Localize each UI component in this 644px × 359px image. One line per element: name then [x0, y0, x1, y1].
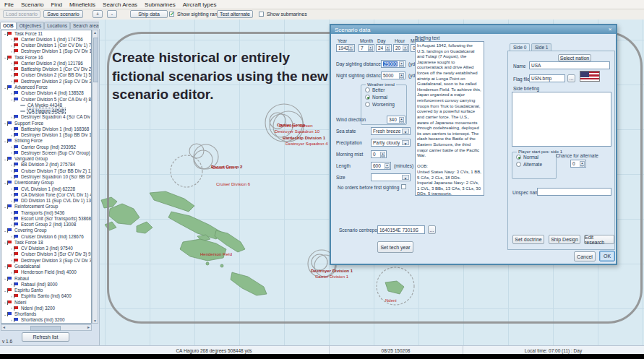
- tree-row[interactable]: ›Cruiser Division 2 (Cor BB Div 1) 58936: [1, 72, 91, 78]
- radio-worsening[interactable]: Worsening: [365, 102, 406, 107]
- sea-state-dropdown[interactable]: Fresh breeze▼: [371, 127, 411, 135]
- tree-row[interactable]: ⌄Advanced Force: [1, 84, 91, 90]
- tree-row[interactable]: ›Espiritu Santo (Ind) 6400: [1, 293, 91, 299]
- length-spinbox[interactable]: 600▲▼: [371, 162, 391, 170]
- tree-row[interactable]: ⌄Espiritu Santo: [1, 287, 91, 293]
- map-unit-label[interactable]: Cruiser Division 6: [216, 182, 250, 186]
- refresh-list-button[interactable]: Refresh list: [22, 332, 69, 342]
- size-dropdown[interactable]: ▼: [371, 173, 411, 181]
- tree-row[interactable]: ›Battleship Division 1 (Cor CV Div 2) 17…: [1, 66, 91, 72]
- centrepoint-input[interactable]: 1640154E 73019S: [377, 225, 425, 234]
- tree-row[interactable]: ›Ndeni (Ind) 3200: [1, 305, 91, 311]
- tree-row[interactable]: ›Destroyer Division 1 (Sup CV Div 1) 315…: [1, 48, 91, 54]
- centrepoint-browse-button[interactable]: ...: [428, 225, 436, 234]
- hour-spinbox[interactable]: 20▲▼: [393, 44, 409, 52]
- unspec-name-input[interactable]: [537, 188, 611, 196]
- tree-row[interactable]: ⌄Task Force 16: [1, 54, 91, 60]
- day-spinbox[interactable]: 24▲▼: [376, 44, 392, 52]
- tree-row[interactable]: ›BB Division 2 (Ind) 275784: [1, 162, 91, 168]
- no-orders-checkbox[interactable]: [401, 184, 406, 189]
- precipitation-dropdown[interactable]: Partly cloudy▼: [371, 139, 411, 147]
- test-alternate-button[interactable]: Test alternate: [217, 10, 253, 18]
- tree-row[interactable]: ›Rabaul (Ind) 8000: [1, 281, 91, 287]
- close-icon[interactable]: ×: [606, 26, 614, 33]
- tree-row[interactable]: ›Destroyer Division 2 (Sup CV Div 2) 343…: [1, 78, 91, 84]
- tree-row[interactable]: ›CA Division Tone (Cor CVL Div 1) 46612: [1, 191, 91, 197]
- tree-row[interactable]: ›Cruiser Division 6 (Ind) 128676: [1, 233, 91, 239]
- wind-direction-spinbox[interactable]: 340▲▼: [387, 116, 405, 124]
- tree-row[interactable]: ›Escort Group 2 (Ind) 13008: [1, 222, 91, 228]
- menu-aircraft-types[interactable]: Aircraft types: [183, 1, 217, 8]
- set-tech-year-button[interactable]: Set tech year: [377, 241, 413, 253]
- tree-row[interactable]: CA Haguro 44548: [1, 108, 91, 113]
- tab-locations[interactable]: Locations: [44, 22, 70, 29]
- tree-row[interactable]: ⌄Rabaul: [1, 275, 91, 281]
- zoom-out-button[interactable]: -: [107, 10, 117, 18]
- select-nation-button[interactable]: Select nation: [558, 54, 591, 61]
- map-unit-label[interactable]: Ndeni: [385, 298, 397, 303]
- show-submarines-checkbox[interactable]: [259, 12, 264, 17]
- month-spinbox[interactable]: 7▲▼: [359, 44, 374, 52]
- map-unit-label[interactable]: Destroyer Division 1: [311, 269, 353, 273]
- night-sighting-spinbox[interactable]: 5000▲▼: [381, 72, 405, 79]
- zoom-in-button[interactable]: +: [93, 10, 103, 18]
- map-unit-label[interactable]: Destroyer Screen: [279, 124, 313, 128]
- side-briefing-textarea[interactable]: [512, 92, 611, 147]
- tree-row[interactable]: ›Cruiser Division 4 (Ind) 138528: [1, 90, 91, 96]
- map-unit-label[interactable]: Battleship Division 1: [283, 136, 325, 140]
- tab-oob[interactable]: OOB: [0, 22, 17, 29]
- tree-row[interactable]: ›Escort Unit (Scr Transports) 53868: [1, 215, 91, 221]
- tree-row[interactable]: ⌄Ndeni: [1, 299, 91, 305]
- tree-vertical-scrollbar[interactable]: ▲ ▼: [92, 30, 98, 324]
- tree-row[interactable]: ›Destroyer Screen (Sup CV Group) 39832: [1, 150, 91, 155]
- tree-row[interactable]: ⌄Reinforcement Group: [1, 204, 91, 209]
- tree-row[interactable]: ⌄Guadalcanal: [1, 263, 91, 269]
- briefing-textarea[interactable]: In August 1942, following the U.S. landi…: [415, 41, 484, 196]
- tree-row[interactable]: ⌄Cruiser Division 5 (Cor CA Div 4) 89896: [1, 96, 91, 102]
- tree-row[interactable]: ›Carrier Group (Ind) 293952: [1, 144, 91, 150]
- radio-alternate[interactable]: Alternate: [516, 162, 556, 167]
- tree-row[interactable]: ⌄Shortlands: [1, 311, 91, 316]
- menu-scenario[interactable]: Scenario: [21, 1, 44, 8]
- tab-side-0[interactable]: Side 0: [510, 43, 530, 51]
- ship-data-button[interactable]: Ship data: [130, 10, 168, 18]
- map-unit-label[interactable]: Henderson Field: [200, 252, 232, 256]
- flag-file-input[interactable]: USN.bmp: [529, 74, 565, 82]
- menu-minefields[interactable]: Minefields: [69, 1, 95, 8]
- menu-file[interactable]: File: [4, 1, 14, 8]
- tree-row[interactable]: ⌄Support Force: [1, 120, 91, 126]
- tree-row[interactable]: ›Shortlands (Ind) 3200: [1, 317, 91, 323]
- menu-search-areas[interactable]: Search Areas: [103, 1, 137, 8]
- tree-row[interactable]: ›Cruiser Division 1 (Cor CV Div 1) 75704: [1, 43, 91, 48]
- name-input[interactable]: USA: [529, 61, 610, 69]
- radio-better[interactable]: Better: [365, 87, 406, 92]
- order-of-battle-tree[interactable]: ⌄Task Force 11›Carrier Division 1 (Ind) …: [1, 30, 92, 324]
- save-scenario-button[interactable]: Save scenario: [43, 10, 83, 18]
- tree-horizontal-scrollbar[interactable]: ◄ ►: [1, 324, 92, 331]
- set-doctrine-button[interactable]: Set doctrine: [512, 235, 544, 244]
- map-unit-label[interactable]: Carrier Division 1: [315, 274, 348, 279]
- load-scenario-button[interactable]: Load scenario: [3, 10, 40, 18]
- map-unit-label[interactable]: Destroyer Squadron 10: [275, 129, 319, 134]
- edit-research-button[interactable]: Edit research: [584, 235, 614, 244]
- show-sighting-range-checkbox[interactable]: [169, 12, 174, 17]
- menu-submarines[interactable]: Submarines: [145, 1, 176, 8]
- tree-row[interactable]: ›Cruiser Division 7 (Scr BB Div 2) 13162…: [1, 168, 91, 173]
- tree-row[interactable]: ›Carrier Division 1 (Ind) 174756: [1, 36, 91, 42]
- day-sighting-spinbox[interactable]: 25000▲▼: [381, 60, 405, 68]
- cancel-button[interactable]: Cancel: [574, 251, 596, 261]
- tree-row[interactable]: ›Destroyer Squadron 4 (Scr CA Div 4) 555…: [1, 114, 91, 120]
- tree-row[interactable]: ›Battleship Division 1 (Ind) 168368: [1, 126, 91, 131]
- map-unit-label[interactable]: Escort Unit: [212, 165, 233, 170]
- tree-row[interactable]: ⌄Covering Group: [1, 228, 91, 233]
- tree-row[interactable]: ›Transports (Ind) 9436: [1, 209, 91, 215]
- tree-row[interactable]: ⌄Vanguard Group: [1, 156, 91, 162]
- tree-row[interactable]: ›DD Division 11 (Sup CVL Div 1) 13752: [1, 197, 91, 203]
- flag-file-browse-button[interactable]: ...: [567, 74, 575, 82]
- radio-normal[interactable]: Normal: [365, 95, 406, 100]
- tab-objectives[interactable]: Objectives: [17, 22, 44, 29]
- tab-side-1[interactable]: Side 1: [531, 43, 551, 51]
- tree-row[interactable]: ›Cruiser Division 3 (Scr CV Div 3) 93304: [1, 251, 91, 257]
- chance-for-alternate-spinbox[interactable]: 0▲▼: [570, 160, 586, 168]
- tree-row[interactable]: ⌄Task Force 18: [1, 239, 91, 245]
